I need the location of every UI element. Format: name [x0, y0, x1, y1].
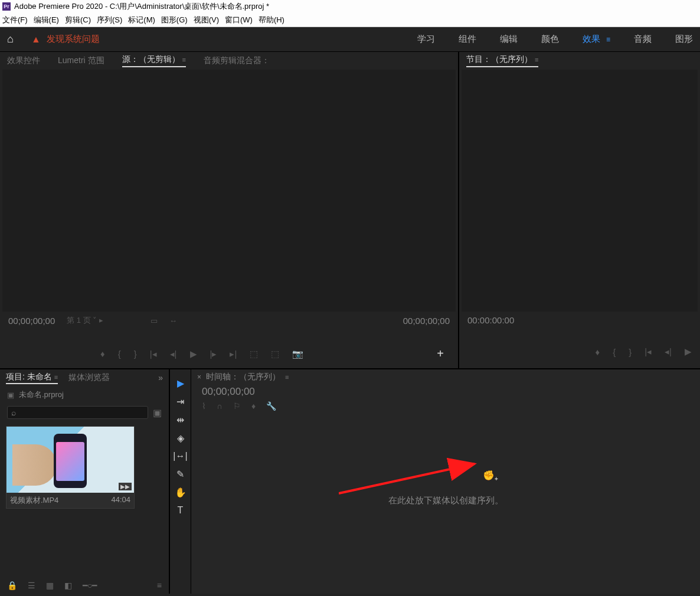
clip-item[interactable]: ▶▶ 视频素材.MP4 44:04 — [6, 426, 135, 509]
go-out-icon[interactable]: ▸| — [230, 349, 237, 359]
mark-out-icon[interactable]: } — [134, 349, 137, 359]
project-bin[interactable]: ▶▶ 视频素材.MP4 44:04 — [0, 421, 169, 513]
go-in-icon[interactable]: |◂ — [150, 349, 157, 359]
home-icon[interactable]: ⌂ — [7, 33, 14, 45]
workspace-assembly[interactable]: 组件 — [459, 34, 476, 45]
tool-palette: ▶ ⇥ ⇹ ◈ |↔| ✎ ✋ T — [170, 369, 191, 594]
link-selection-icon[interactable]: ∩ — [217, 401, 223, 411]
workspace-graphics[interactable]: 图形 — [675, 34, 693, 45]
warning-icon: ▲ — [31, 34, 41, 45]
panel-menu-icon[interactable]: ≡ — [54, 374, 58, 381]
timeline-title[interactable]: 时间轴：（无序列） — [206, 372, 280, 382]
tab-lumetri-scopes[interactable]: Lumetri 范围 — [58, 55, 104, 66]
source-marker-bar[interactable] — [0, 329, 458, 345]
program-marker-bar[interactable] — [459, 329, 700, 344]
hand-tool-icon[interactable]: ✋ — [175, 487, 187, 498]
tab-program[interactable]: 节目：（无序列）≡ — [466, 54, 538, 67]
source-transport: ♦ { } |◂ ◂| ▶ |▸ ▸| ⬚ ⬚ 📷 + — [0, 345, 458, 363]
mark-out-icon[interactable]: } — [629, 347, 632, 357]
arrows-icon[interactable]: ↔ — [169, 316, 177, 325]
menu-bar: 文件(F) 编辑(E) 剪辑(C) 序列(S) 标记(M) 图形(G) 视图(V… — [0, 13, 700, 27]
search-icon: ⌕ — [11, 408, 16, 417]
panel-menu-icon[interactable]: ≡ — [535, 56, 538, 63]
search-input[interactable]: ⌕ — [7, 406, 148, 419]
tab-audio-clip-mixer[interactable]: 音频剪辑混合器： — [204, 55, 270, 66]
sort-icon[interactable]: ≡ — [157, 581, 162, 590]
source-panel: 效果控件 Lumetri 范围 源：（无剪辑）≡ 音频剪辑混合器： 00;00;… — [0, 52, 459, 369]
close-icon[interactable]: × — [197, 373, 201, 381]
fit-icon[interactable]: ▭ — [151, 316, 158, 325]
source-panel-tabs: 效果控件 Lumetri 范围 源：（无剪辑）≡ 音频剪辑混合器： — [0, 52, 458, 70]
lock-icon[interactable]: 🔒 — [7, 581, 17, 590]
step-back-icon[interactable]: ◂| — [170, 349, 177, 359]
zoom-slider-icon[interactable]: ━○━ — [83, 581, 97, 590]
selection-tool-icon[interactable]: ▶ — [177, 378, 184, 389]
panel-menu-icon[interactable]: ≡ — [285, 374, 289, 381]
clip-name: 视频素材.MP4 — [10, 495, 58, 506]
button-editor-icon[interactable]: + — [437, 347, 450, 361]
timeline-panel: ▶ ⇥ ⇹ ◈ |↔| ✎ ✋ T × 时间轴：（无序列） ≡ 00;00;00… — [170, 369, 700, 594]
source-viewer — [2, 70, 456, 312]
workspace-menu-icon[interactable]: ≡ — [606, 35, 610, 44]
menu-clip[interactable]: 剪辑(C) — [65, 15, 91, 25]
panel-menu-icon[interactable]: ≡ — [182, 56, 186, 63]
clip-thumbnail[interactable]: ▶▶ — [6, 427, 134, 493]
overwrite-icon[interactable]: ⬚ — [271, 349, 279, 359]
svg-line-1 — [339, 464, 475, 493]
new-bin-icon[interactable]: ▣ — [153, 407, 162, 418]
menu-help[interactable]: 帮助(H) — [259, 15, 284, 25]
step-back-icon[interactable]: ◂| — [665, 346, 672, 357]
menu-graphic[interactable]: 图形(G) — [161, 15, 188, 25]
pen-tool-icon[interactable]: ✎ — [176, 469, 184, 480]
step-fwd-icon[interactable]: |▸ — [210, 349, 217, 359]
warning-area[interactable]: ▲ 发现系统问题 — [31, 34, 100, 45]
play-icon[interactable]: ▶ — [190, 349, 197, 359]
tab-source[interactable]: 源：（无剪辑）≡ — [122, 54, 186, 67]
export-frame-icon[interactable]: 📷 — [292, 349, 303, 359]
mark-in-icon[interactable]: { — [613, 347, 616, 357]
tab-effect-controls[interactable]: 效果控件 — [7, 55, 40, 66]
source-page-dropdown[interactable]: 第 1 页 ˅ ▸ — [67, 315, 103, 326]
menu-view[interactable]: 视图(V) — [194, 15, 219, 25]
program-timecode[interactable]: 00:00:00:00 — [467, 315, 514, 325]
workspace-edit[interactable]: 编辑 — [500, 34, 518, 45]
icon-view-icon[interactable]: ▦ — [46, 581, 54, 590]
menu-window[interactable]: 窗口(W) — [225, 15, 253, 25]
menu-sequence[interactable]: 序列(S) — [97, 15, 122, 25]
tab-project[interactable]: 项目: 未命名 ≡ — [6, 372, 58, 384]
tab-media-browser[interactable]: 媒体浏览器 — [68, 372, 110, 383]
ripple-edit-tool-icon[interactable]: ⇹ — [176, 414, 184, 425]
project-filename: 未命名.prproj — [19, 389, 64, 400]
snap-icon[interactable]: ⌇ — [202, 401, 206, 411]
menu-marker[interactable]: 标记(M) — [128, 15, 155, 25]
play-icon[interactable]: ▶ — [685, 346, 692, 357]
go-in-icon[interactable]: |◂ — [645, 346, 652, 357]
list-view-icon[interactable]: ☰ — [28, 581, 35, 590]
markers-icon[interactable]: ⚐ — [233, 401, 241, 411]
insert-icon[interactable]: ⬚ — [250, 349, 258, 359]
timeline-timecode[interactable]: 00;00;00;00 — [191, 385, 700, 399]
add-marker-icon[interactable]: ♦ — [100, 349, 105, 359]
mark-in-icon[interactable]: { — [118, 349, 121, 359]
razor-tool-icon[interactable]: ◈ — [177, 433, 184, 444]
settings-icon[interactable]: 🔧 — [266, 401, 276, 411]
add-marker-icon[interactable]: ♦ — [596, 347, 600, 357]
add-marker-icon[interactable]: ♦ — [251, 401, 256, 411]
program-panel: 节目：（无序列）≡ 00:00:00:00 ♦ { } |◂ ◂| ▶ — [459, 52, 700, 369]
workspace-audio[interactable]: 音频 — [634, 34, 652, 45]
freeform-view-icon[interactable]: ◧ — [64, 581, 72, 590]
type-tool-icon[interactable]: T — [178, 505, 184, 516]
workspace-learn[interactable]: 学习 — [417, 34, 435, 45]
clip-duration: 44:04 — [111, 495, 130, 506]
source-timecode-left[interactable]: 00;00;00;00 — [8, 316, 55, 326]
workspace-color[interactable]: 颜色 — [541, 34, 559, 45]
clip-badge-icon: ▶▶ — [119, 483, 132, 490]
track-select-tool-icon[interactable]: ⇥ — [176, 396, 184, 407]
menu-edit[interactable]: 编辑(E) — [34, 15, 59, 25]
overflow-icon[interactable]: » — [158, 373, 163, 382]
slip-tool-icon[interactable]: |↔| — [173, 451, 187, 461]
workspace-effects[interactable]: 效果 — [583, 34, 600, 45]
source-timecode-right[interactable]: 00;00;00;00 — [403, 316, 450, 326]
menu-file[interactable]: 文件(F) — [2, 15, 28, 25]
timeline-main[interactable]: × 时间轴：（无序列） ≡ 00;00;00;00 ⌇ ∩ ⚐ ♦ 🔧 在此处放… — [191, 369, 700, 594]
